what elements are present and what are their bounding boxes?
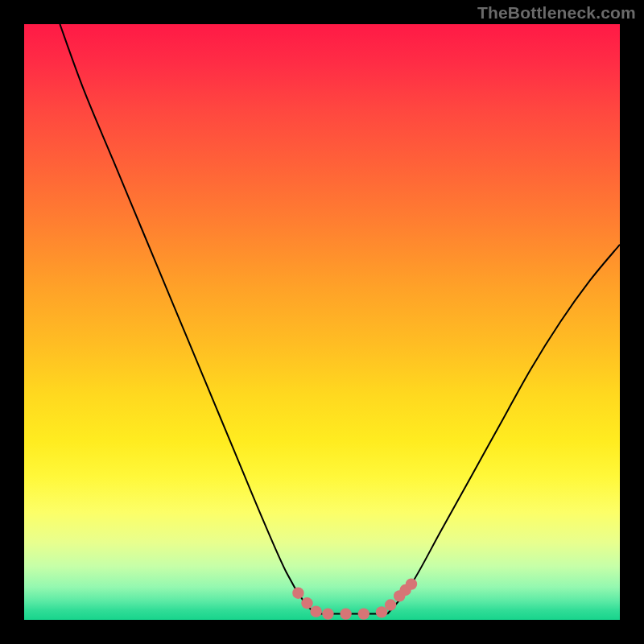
marker-dot [310,605,321,617]
curve-svg [24,24,620,620]
chart-frame: TheBottleneck.com [0,0,644,644]
curve-right-path [387,245,620,614]
marker-dot [340,608,351,619]
curve-left-path [60,24,316,614]
marker-dot [301,597,312,609]
marker-dot [385,599,396,610]
plot-area [24,24,620,620]
marker-dot [292,588,303,599]
marker-dot [322,608,333,619]
marker-dot [358,608,369,619]
watermark-text: TheBottleneck.com [477,3,636,23]
marker-dot [406,578,417,589]
